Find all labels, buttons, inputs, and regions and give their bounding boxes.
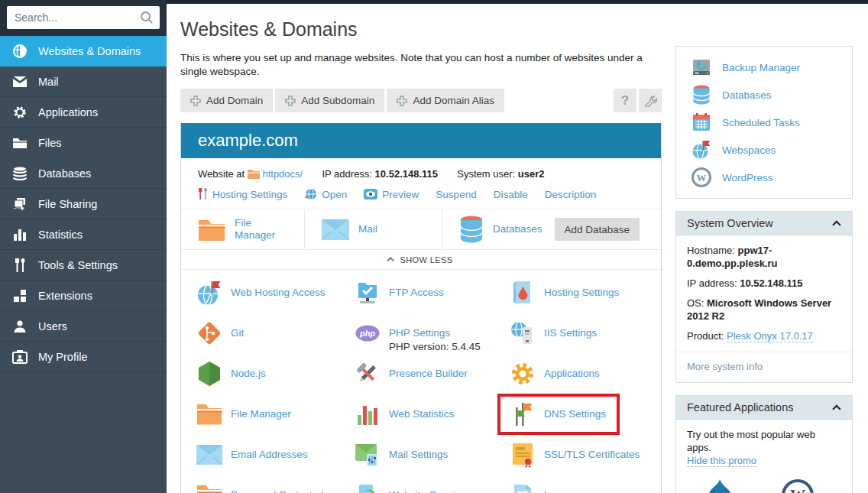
grid-item-php-settings[interactable]: php PHP SettingsPHP version: 5.4.45: [355, 313, 510, 353]
drupal-app-tile[interactable]: Drupal: [705, 479, 736, 493]
sidebar-item-my-profile[interactable]: My Profile: [0, 342, 167, 372]
suspend-link[interactable]: Suspend: [436, 189, 476, 200]
sidebar-item-label: Users: [38, 320, 67, 332]
add-domain-button[interactable]: Add Domain: [180, 89, 273, 112]
system-user-value: user2: [518, 168, 545, 180]
rail-item-databases[interactable]: Databases: [676, 81, 852, 109]
product-line: Product: Plesk Onyx 17.0.17: [687, 329, 841, 342]
hosting-settings-link[interactable]: Hosting Settings: [198, 188, 287, 200]
folder-icon: [196, 401, 222, 427]
sidebar-item-users[interactable]: Users: [0, 311, 167, 342]
hide-promo-link[interactable]: Hide this promo: [687, 455, 756, 467]
grid-item-presence-builder[interactable]: Presence Builder: [355, 353, 510, 394]
grid-item-ftp-access[interactable]: FTP Access: [355, 272, 510, 313]
sidebar-item-extensions[interactable]: Extensions: [0, 281, 167, 311]
page-title: Websites & Domains: [180, 18, 662, 41]
sidebar-item-mail[interactable]: Mail: [0, 66, 167, 97]
document-drop-icon: [510, 280, 536, 306]
share-icon: [11, 196, 28, 212]
mail-icon: [11, 74, 28, 89]
show-less-toggle[interactable]: SHOW LESS: [181, 249, 661, 270]
featured-applications-header[interactable]: Featured Applications: [676, 396, 852, 420]
page-description: This is where you set up and manage webs…: [180, 51, 659, 79]
sidebar-item-label: Files: [38, 137, 62, 149]
preview-link[interactable]: Preview: [364, 189, 419, 200]
svg-text:W: W: [790, 487, 805, 493]
mail-sliders-icon: [355, 442, 381, 468]
chevron-up-icon: [387, 257, 395, 264]
description-link[interactable]: Description: [545, 189, 597, 200]
rail-item-scheduled-tasks[interactable]: Scheduled Tasks: [676, 109, 852, 136]
domain-name: example.com: [198, 131, 298, 151]
domain-actions-row: Hosting Settings Open Preview Suspend Di…: [181, 181, 661, 209]
ip-value: 10.52.148.115: [375, 168, 438, 180]
grid-item-nodejs[interactable]: Node.js: [196, 353, 355, 394]
grid-item-web-hosting-access[interactable]: Web Hosting Access: [196, 272, 355, 313]
nodejs-icon: [196, 361, 222, 387]
sidebar-item-applications[interactable]: Applications: [0, 97, 167, 128]
pencil-hammer-icon: [355, 361, 381, 387]
search-input[interactable]: [7, 6, 160, 29]
rail-item-wordpress[interactable]: W WordPress: [676, 164, 852, 191]
php-icon: php: [355, 320, 381, 346]
ftp-folder-icon: [355, 280, 381, 306]
rail-item-webspaces[interactable]: Webspaces: [676, 136, 852, 164]
database-icon: [11, 166, 28, 181]
httpdocs-link[interactable]: httpdocs/: [262, 168, 303, 180]
grid-item-password-protected[interactable]: Password-Protected: [196, 475, 355, 493]
hostname-line: Hostname: ppw17-0.demo.pp.plesk.ru: [687, 244, 841, 270]
sidebar-item-tools-settings[interactable]: Tools & Settings: [0, 250, 167, 281]
grid-item-file-manager[interactable]: File Manager: [196, 394, 355, 434]
sidebar-search-area: [0, 0, 167, 36]
settings-wrench-button[interactable]: [639, 89, 662, 112]
sidebar-item-databases[interactable]: Databases: [0, 158, 167, 189]
rail-item-backup-manager[interactable]: Backup Manager: [676, 54, 852, 81]
drupal-icon: [705, 479, 736, 493]
add-database-button[interactable]: Add Database: [555, 218, 640, 241]
right-rail: Backup Manager Databases Scheduled Tasks…: [675, 46, 853, 493]
disable-link[interactable]: Disable: [494, 189, 528, 200]
more-system-info-link[interactable]: More system info: [687, 361, 763, 372]
file-manager-shortcut[interactable]: File Manager: [181, 209, 305, 249]
grid-item-dns-settings[interactable]: DNS Settings: [510, 394, 661, 434]
bar-chart-icon: [355, 401, 381, 427]
grid-item-website-copying[interactable]: Website Copying: [355, 475, 510, 493]
featured-applications-panel: Featured Applications Try out the most p…: [675, 395, 853, 493]
dns-flags-icon: [510, 401, 536, 427]
grid-item-email-addresses[interactable]: Email Addresses: [196, 434, 355, 475]
iis-server-icon: [510, 320, 536, 346]
grid-item-applications[interactable]: Applications: [510, 353, 661, 394]
svg-text:php: php: [359, 329, 375, 338]
featured-apps-row: Drupal W WordPress: [687, 479, 841, 493]
databases-shortcut[interactable]: Databases Add Database: [442, 209, 661, 249]
add-subdomain-button[interactable]: Add Subdomain: [275, 89, 384, 112]
open-site-link[interactable]: Open: [304, 188, 347, 200]
globe-flag-icon: [196, 280, 222, 306]
help-button[interactable]: ?: [614, 89, 636, 112]
wordpress-app-tile[interactable]: W WordPress: [772, 479, 824, 493]
grid-item-hosting-settings[interactable]: Hosting Settings: [510, 272, 661, 313]
system-overview-header[interactable]: System Overview: [676, 212, 852, 235]
product-version-link[interactable]: Plesk Onyx 17.0.17: [727, 330, 813, 342]
grid-item-mail-settings[interactable]: Mail Settings: [355, 434, 510, 475]
os-line: OS: Microsoft Windows Server 2012 R2: [687, 297, 841, 323]
grid-item-ssl-certificates[interactable]: SSL/TLS Certificates: [510, 434, 661, 475]
grid-item-web-statistics[interactable]: Web Statistics: [355, 394, 510, 434]
search-icon[interactable]: [139, 10, 154, 28]
toolbar: Add Domain Add Subdomain Add Domain Alia…: [180, 89, 662, 112]
mail-shortcut[interactable]: Mail: [305, 209, 442, 249]
sidebar-item-files[interactable]: Files: [0, 128, 167, 158]
sidebar-item-file-sharing[interactable]: File Sharing: [0, 189, 167, 219]
domain-shortcuts: File Manager Mail Databases Add Database: [181, 209, 661, 249]
globe-arrow-icon: [304, 188, 317, 200]
sidebar-item-statistics[interactable]: Statistics: [0, 219, 167, 250]
sidebar-item-label: Extensions: [38, 290, 92, 302]
bar-chart-icon: [11, 227, 28, 242]
ip-line: IP address: 10.52.148.115: [687, 277, 841, 290]
grid-item-iis-settings[interactable]: IIS Settings: [510, 313, 661, 353]
sidebar-item-websites-domains[interactable]: Websites & Domains: [0, 36, 167, 66]
add-domain-alias-button[interactable]: Add Domain Alias: [387, 89, 504, 112]
grid-item-git[interactable]: Git: [196, 313, 355, 353]
wordpress-icon: W: [782, 479, 814, 493]
grid-item-logs[interactable]: Logs: [510, 475, 661, 493]
